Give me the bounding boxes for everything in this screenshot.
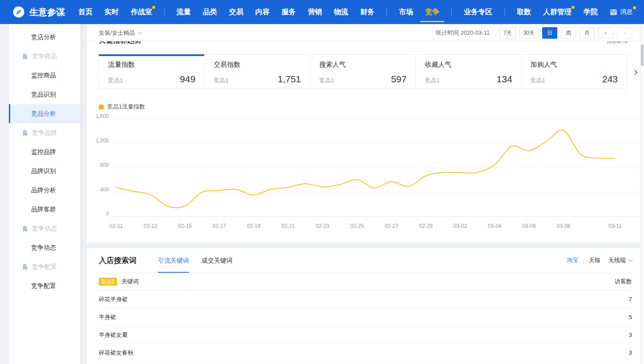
nav-item-11[interactable]: 财务 [360, 0, 374, 24]
sidebar-item-8[interactable]: 品牌分析 [9, 181, 80, 200]
sidebar-item-0[interactable]: 竞店分析 [9, 28, 80, 47]
brand[interactable]: 生意参谋 [0, 6, 65, 18]
nav-item-7[interactable]: 内容 [255, 0, 270, 24]
trend-line [116, 130, 615, 207]
nav-item-6[interactable]: 交易 [229, 0, 243, 24]
chevron-right-icon: › [634, 66, 638, 77]
metric-card-2[interactable]: 搜索人气竞品1597 [310, 55, 415, 89]
brand-name: 生意参谋 [29, 6, 65, 18]
stats-time-value: 2020-03-11 [460, 29, 490, 36]
sidebar-group-10: 竞争动态 [9, 219, 80, 238]
nav-item-4[interactable]: 流量 [177, 0, 191, 24]
x-axis-label: 02-15 [178, 223, 192, 229]
y-axis-label: 800 [100, 162, 109, 168]
terminal-selector[interactable]: 无线端 [608, 256, 632, 264]
range-button-3[interactable]: 周 [561, 27, 576, 39]
table-row[interactable]: 半身裙5 [99, 308, 632, 326]
panel-toolbar: 女装/女士精品 统计时间 2020-03-11 7天30天日周月‹› [87, 24, 644, 41]
nav-divider [504, 8, 505, 16]
nav-item-9[interactable]: 营销 [308, 0, 322, 24]
sidebar-item-11[interactable]: 竞争动态 [9, 238, 80, 257]
sidebar-item-2[interactable]: 监控商品 [9, 66, 80, 85]
terminal-label: 无线端 [608, 256, 626, 264]
x-axis-label: 02-21 [282, 223, 295, 229]
keyword-cell: 半身裙 [99, 313, 116, 321]
range-button-4[interactable]: 月 [580, 27, 595, 39]
card-competitor-label: 竞品1 [425, 77, 439, 85]
sidebar-item-7[interactable]: 品牌识别 [9, 162, 80, 181]
sidebar-item-4[interactable]: 竞品分析 [9, 104, 80, 123]
sidebar-group-1: 竞争商品 [9, 47, 80, 66]
category-selector[interactable]: 女装/女士精品 [99, 29, 141, 37]
card-competitor-label: 竞品1 [531, 77, 545, 85]
building-icon [22, 264, 28, 270]
metric-cards: 流量指数竞品1949交易指数竞品11,751搜索人气竞品1597收藏人气竞品11… [99, 54, 627, 89]
category-label: 女装/女士精品 [99, 29, 135, 37]
x-axis-label: 02-23 [316, 223, 330, 229]
range-button-6[interactable]: › [617, 27, 632, 39]
building-icon [22, 130, 28, 136]
nav-item-18[interactable]: 取数 [517, 0, 531, 24]
nav-item-10[interactable]: 物流 [334, 0, 348, 24]
x-axis-label: 02-29 [419, 223, 433, 229]
scrollbar-thumb[interactable] [641, 44, 644, 66]
platform-taobao-link[interactable]: 淘宝 [567, 256, 579, 264]
y-axis-label: 400 [100, 186, 109, 193]
card-competitor-label: 竞品1 [213, 77, 228, 85]
nav-item-14[interactable]: 竞争 [425, 0, 439, 24]
metric-card-1[interactable]: 交易指数竞品11,751 [204, 55, 310, 89]
date-range-buttons: 7天30天日周月‹› [499, 27, 632, 39]
metric-card-4[interactable]: 加购人气竞品1243 [521, 55, 627, 89]
sidebar-group-label: 竞争动态 [32, 225, 57, 233]
table-row[interactable]: 碎花裙女春秋3 [99, 344, 632, 362]
table-row[interactable]: 半身裙女夏3 [99, 326, 632, 344]
nav-menu: 首页实时作战室流量品类交易内容服务营销物流财务市场竞争业务专区取数人群管理学院 [78, 0, 598, 24]
building-icon [22, 53, 28, 60]
nav-item-0[interactable]: 首页 [78, 0, 93, 24]
vertical-scrollbar[interactable] [640, 24, 644, 364]
nav-item-16[interactable]: 业务专区 [464, 0, 492, 24]
card-value: 134 [497, 74, 512, 85]
tab-deal-keywords[interactable]: 成交关键词 [201, 248, 233, 273]
nav-item-20[interactable]: 学院 [584, 0, 598, 24]
range-button-1[interactable]: 30天 [519, 27, 539, 39]
main-content: 女装/女士精品 统计时间 2020-03-11 7天30天日周月‹› 关键指标趋… [87, 24, 644, 364]
sidebar-item-9[interactable]: 品牌客群 [9, 200, 80, 219]
chart-legend: 竞品1流量指数 [99, 103, 145, 111]
platform-switcher: 淘宝 | 天猫 无线端 [567, 256, 632, 264]
sidebar-item-13[interactable]: 竞争配置 [9, 276, 80, 295]
nav-item-8[interactable]: 服务 [282, 0, 296, 24]
nav-item-1[interactable]: 实时 [105, 0, 119, 24]
card-title: 搜索人气 [319, 61, 407, 69]
range-button-2[interactable]: 日 [542, 27, 557, 39]
sidebar-group-label: 竞争品牌 [32, 129, 57, 137]
y-axis-label: 1,600 [96, 113, 109, 119]
range-button-5[interactable]: ‹ [598, 27, 613, 39]
competitor-badge: 竞品1 [99, 278, 117, 286]
search-panel-header: 入店搜索词 引流关键词 成交关键词 淘宝 | 天猫 无线端 [99, 248, 632, 273]
search-panel-title: 入店搜索词 [99, 255, 137, 266]
keyword-cell: 半身裙女夏 [99, 331, 128, 339]
platform-tmall-link[interactable]: 天猫 [589, 256, 600, 264]
x-axis-label: 02-27 [385, 223, 398, 229]
x-axis-label: 03-11 [608, 223, 622, 229]
metric-card-3[interactable]: 收藏人气竞品1134 [415, 55, 521, 89]
nav-item-2[interactable]: 作战室 [131, 0, 152, 24]
keyword-table-body: 碎花半身裙7半身裙5半身裙女夏3碎花裙女春秋3 [99, 291, 632, 362]
x-axis-label: 02-19 [247, 223, 261, 229]
nav-item-13[interactable]: 市场 [399, 0, 413, 24]
nav-item-5[interactable]: 品类 [203, 0, 217, 24]
card-competitor-label: 竞品1 [108, 77, 123, 85]
tab-inflow-keywords[interactable]: 引流关键词 [158, 248, 189, 273]
visitors-cell: 7 [629, 296, 632, 303]
visitors-cell: 5 [629, 314, 632, 320]
metric-card-0[interactable]: 流量指数竞品1949 [99, 55, 204, 89]
range-button-0[interactable]: 7天 [499, 27, 516, 39]
sidebar-item-3[interactable]: 竞品识别 [9, 85, 80, 104]
nav-item-19[interactable]: 人群管理 [543, 0, 572, 24]
table-row[interactable]: 碎花半身裙7 [99, 291, 632, 308]
card-value: 1,751 [278, 74, 301, 85]
sidebar-item-6[interactable]: 监控品牌 [9, 142, 80, 162]
x-axis-label: 03-08 [557, 223, 571, 229]
messages-button[interactable]: 消息 [610, 8, 644, 16]
